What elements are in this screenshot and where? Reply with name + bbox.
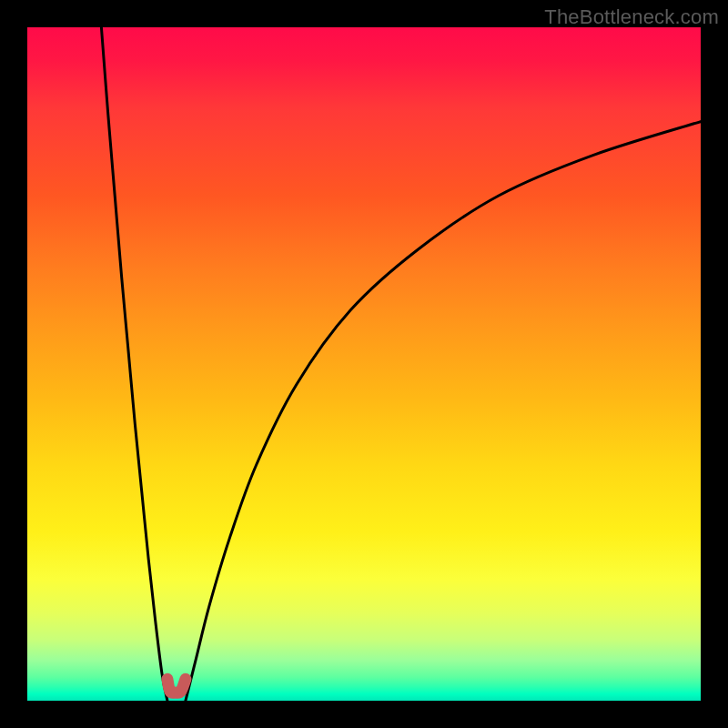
curve-right-branch xyxy=(186,122,701,701)
chart-plot-area xyxy=(27,27,701,701)
curve-left-branch xyxy=(101,27,167,701)
trough-marker xyxy=(167,679,186,693)
attribution-text: TheBottleneck.com xyxy=(544,5,719,29)
chart-svg xyxy=(27,27,701,701)
